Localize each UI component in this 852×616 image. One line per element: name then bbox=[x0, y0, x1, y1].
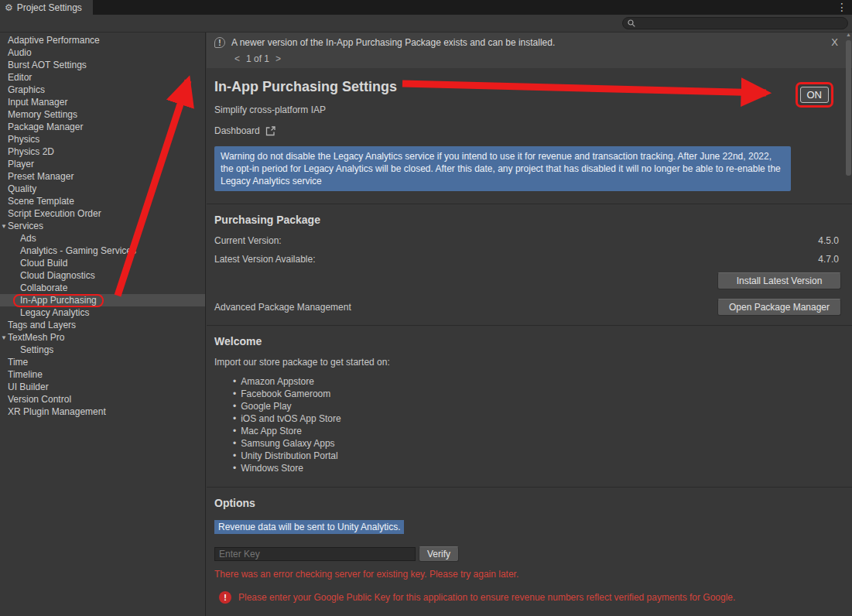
sidebar-item[interactable]: ▼ TextMesh Pro bbox=[0, 331, 205, 344]
sidebar-item[interactable]: ▼ Legacy Analytics bbox=[0, 306, 205, 319]
error-icon: ! bbox=[219, 591, 231, 604]
notification-icon: ! bbox=[214, 37, 225, 48]
iap-settings-content: In-App Purchasing Settings Simplify cros… bbox=[207, 68, 852, 616]
store-list-item: Google Play bbox=[233, 400, 841, 412]
welcome-intro: Import our store package to get started … bbox=[214, 357, 841, 368]
sidebar-item-label: Scene Template bbox=[8, 196, 74, 207]
sidebar-item[interactable]: ▼ Adaptive Performance bbox=[0, 34, 205, 46]
kebab-menu-icon[interactable]: ⋮ bbox=[837, 1, 847, 13]
settings-main-panel: ! A newer version of the In-App Purchasi… bbox=[207, 33, 852, 616]
sidebar-item-label: UI Builder bbox=[8, 382, 49, 392]
sidebar-item[interactable]: ▼ Collaborate bbox=[0, 282, 205, 294]
chevron-down-icon[interactable]: ▼ bbox=[1, 221, 7, 233]
scrollbar-track[interactable] bbox=[846, 39, 851, 616]
welcome-heading: Welcome bbox=[214, 335, 841, 347]
gear-icon: ⚙ bbox=[5, 2, 13, 13]
install-latest-version-button[interactable]: Install Latest Version bbox=[717, 272, 841, 289]
notification-banner: ! A newer version of the In-App Purchasi… bbox=[207, 33, 852, 68]
sidebar-item-label: Audio bbox=[8, 47, 32, 58]
sidebar-item[interactable]: ▼ Scene Template bbox=[0, 195, 205, 207]
sidebar-item[interactable]: ▼ Burst AOT Settings bbox=[0, 59, 205, 71]
sidebar-item[interactable]: ▼ XR Plugin Management bbox=[0, 406, 205, 418]
open-package-manager-button[interactable]: Open Package Manager bbox=[717, 299, 841, 316]
sidebar-item[interactable]: ▼ Preset Manager bbox=[0, 170, 205, 183]
sidebar-item-label: Burst AOT Settings bbox=[8, 60, 87, 70]
purchasing-package-heading: Purchasing Package bbox=[214, 214, 841, 226]
sidebar-item-label: Timeline bbox=[8, 369, 43, 380]
sidebar-item-label: Analytics - Gaming Services bbox=[20, 245, 136, 256]
search-icon bbox=[628, 19, 635, 27]
google-key-error-text: Please enter your Google Public Key for … bbox=[238, 592, 735, 603]
sidebar-item[interactable]: ▼ Physics 2D bbox=[0, 145, 205, 158]
close-icon[interactable]: X bbox=[831, 36, 838, 48]
section-divider bbox=[207, 204, 852, 204]
sidebar-item-label: Memory Settings bbox=[8, 109, 77, 120]
sidebar-item-label: XR Plugin Management bbox=[8, 406, 106, 417]
chevron-down-icon[interactable]: ▼ bbox=[1, 332, 7, 344]
current-version-value: 4.5.0 bbox=[818, 235, 839, 246]
advanced-package-row: Advanced Package Management Open Package… bbox=[214, 299, 841, 316]
sidebar-item[interactable]: ▼ Timeline bbox=[0, 368, 205, 381]
scroll-up-icon[interactable]: ▲ bbox=[846, 32, 851, 37]
sidebar-item-label: Services bbox=[8, 221, 43, 231]
sidebar-item-label: Player bbox=[8, 159, 34, 169]
verify-key-button[interactable]: Verify bbox=[419, 546, 459, 562]
dashboard-link[interactable]: Dashboard bbox=[214, 125, 841, 136]
sidebar-item[interactable]: ▼ Physics bbox=[0, 133, 205, 145]
sidebar-item[interactable]: ▼ Memory Settings bbox=[0, 108, 205, 121]
pager-next-icon[interactable]: > bbox=[275, 53, 281, 64]
sidebar-item[interactable]: ▼ Graphics bbox=[0, 84, 205, 96]
sidebar-item[interactable]: ▼ UI Builder bbox=[0, 381, 205, 393]
sidebar-item[interactable]: ▼ Quality bbox=[0, 183, 205, 195]
store-list-item: Samsung Galaxy Apps bbox=[233, 437, 841, 450]
sidebar-item-label: Adaptive Performance bbox=[8, 35, 100, 46]
sidebar-item[interactable]: ▼ Analytics - Gaming Services bbox=[0, 245, 205, 257]
sidebar-item-label: Settings bbox=[20, 344, 53, 355]
store-list-item: Windows Store bbox=[233, 462, 841, 474]
sidebar-item[interactable]: ▼ Player bbox=[0, 158, 205, 170]
latest-version-label: Latest Version Available: bbox=[214, 254, 316, 265]
sidebar-item-label: Legacy Analytics bbox=[20, 307, 89, 318]
pager-prev-icon[interactable]: < bbox=[234, 53, 240, 64]
sidebar-item-label: Graphics bbox=[8, 84, 45, 95]
latest-version-value: 4.7.0 bbox=[818, 254, 839, 265]
sidebar-item[interactable]: ▼ Time bbox=[0, 356, 205, 368]
google-key-input[interactable] bbox=[214, 547, 416, 561]
legacy-analytics-warning: Warning do not disable the Legacy Analyt… bbox=[214, 146, 791, 191]
search-input[interactable] bbox=[638, 18, 843, 29]
pager-label: 1 of 1 bbox=[246, 53, 269, 64]
window-title: Project Settings bbox=[17, 2, 82, 13]
sidebar-item[interactable]: ▼ Settings bbox=[0, 344, 205, 356]
section-divider bbox=[207, 487, 852, 488]
sidebar-item-label: Input Manager bbox=[8, 97, 67, 108]
sidebar-item[interactable]: ▼ Version Control bbox=[0, 393, 205, 406]
settings-sidebar: ▼ Adaptive Performance ▼ Audio ▼ Burst A… bbox=[0, 33, 206, 616]
scrollbar-thumb[interactable] bbox=[846, 40, 851, 176]
sidebar-item[interactable]: ▼ Cloud Build bbox=[0, 257, 205, 269]
sidebar-item[interactable]: ▼ Audio bbox=[0, 46, 205, 59]
sidebar-item[interactable]: ▼ Tags and Layers bbox=[0, 319, 205, 331]
sidebar-item[interactable]: ▼ Ads bbox=[0, 232, 205, 245]
sidebar-item-label: Tags and Layers bbox=[8, 320, 76, 330]
tab-project-settings[interactable]: ⚙ Project Settings bbox=[0, 0, 93, 15]
project-settings-window: ⚙ Project Settings ⋮ ▼ Adaptive Performa… bbox=[0, 0, 852, 616]
options-heading: Options bbox=[214, 497, 841, 509]
sidebar-item-label: TextMesh Pro bbox=[8, 332, 64, 343]
sidebar-item-label: Preset Manager bbox=[8, 171, 74, 182]
section-divider bbox=[207, 325, 852, 326]
sidebar-item[interactable]: ▼ In-App Purchasing bbox=[0, 294, 205, 306]
sidebar-item[interactable]: ▼ Input Manager bbox=[0, 96, 205, 108]
sidebar-item[interactable]: ▼ Package Manager bbox=[0, 121, 205, 133]
search-box[interactable] bbox=[622, 17, 848, 29]
simplify-iap-label: Simplify cross-platform IAP bbox=[214, 104, 841, 115]
sidebar-item[interactable]: ▼ Cloud Diagnostics bbox=[0, 269, 205, 282]
sidebar-item-label: Cloud Build bbox=[20, 258, 67, 269]
sidebar-item-label: Ads bbox=[20, 233, 36, 244]
sidebar-item[interactable]: ▼ Editor bbox=[0, 71, 205, 84]
sidebar-item[interactable]: ▼ Script Execution Order bbox=[0, 207, 205, 220]
sidebar-item-label: Version Control bbox=[8, 394, 71, 405]
sidebar-item[interactable]: ▼ Services bbox=[0, 220, 205, 232]
store-list: Amazon Appstore Facebook Gameroom Google… bbox=[233, 375, 841, 474]
store-list-item: Mac App Store bbox=[233, 425, 841, 437]
sidebar-item-label: In-App Purchasing bbox=[13, 294, 104, 307]
